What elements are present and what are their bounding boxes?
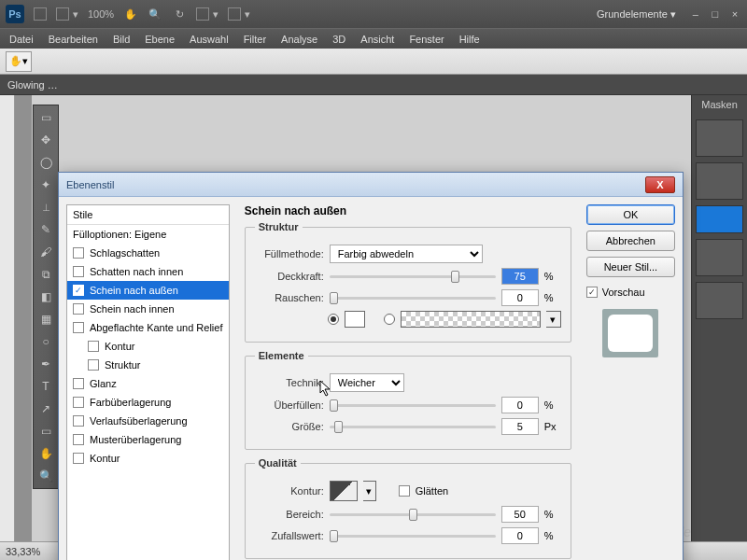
size-slider[interactable] — [330, 426, 496, 428]
menu-analyse[interactable]: Analyse — [281, 34, 317, 45]
path-tool-icon[interactable]: ↗ — [37, 400, 54, 417]
zoom-level[interactable]: 33,33% — [6, 546, 62, 557]
range-input[interactable]: 50 — [501, 506, 539, 523]
menu-3d[interactable]: 3D — [332, 34, 345, 45]
contour-picker[interactable] — [330, 481, 358, 501]
menu-auswahl[interactable]: Auswahl — [190, 34, 229, 45]
close-icon[interactable]: × — [728, 8, 741, 20]
blend-mode-select[interactable]: Farbig abwedeln — [330, 245, 483, 263]
eyedropper-tool-icon[interactable]: ✎ — [37, 221, 54, 238]
panel-collapsed[interactable] — [696, 282, 743, 319]
bridge-icon[interactable] — [34, 7, 47, 21]
document-tab[interactable]: Glowing … — [0, 75, 747, 95]
menu-ansicht[interactable]: Ansicht — [360, 34, 394, 45]
menu-bild[interactable]: Bild — [113, 34, 130, 45]
checkbox[interactable] — [73, 247, 84, 259]
style-bevel-contour[interactable]: Kontur — [67, 337, 229, 356]
panel-collapsed[interactable] — [696, 205, 743, 233]
eraser-tool-icon[interactable]: ◧ — [37, 288, 54, 305]
style-inner-glow[interactable]: Schein nach innen — [67, 300, 229, 318]
menu-ebene[interactable]: Ebene — [145, 34, 175, 45]
maximize-icon[interactable]: □ — [709, 8, 722, 20]
dialog-close-button[interactable]: X — [645, 176, 675, 193]
workspace-switcher[interactable]: Grundelemente ▾ — [597, 8, 676, 21]
jitter-slider[interactable] — [330, 535, 496, 538]
type-tool-icon[interactable]: T — [37, 378, 54, 395]
move-tool-icon[interactable]: ✥ — [37, 132, 54, 148]
ok-button[interactable]: OK — [586, 204, 675, 225]
dodge-tool-icon[interactable]: ○ — [37, 333, 54, 350]
style-gradient-overlay[interactable]: Verlaufsüberlagerung — [67, 412, 229, 430]
screen-mode-icon[interactable]: ▾ — [228, 7, 250, 21]
checkbox[interactable] — [73, 453, 84, 464]
checkbox[interactable] — [73, 266, 84, 277]
style-inner-shadow[interactable]: Schatten nach innen — [67, 262, 229, 281]
marquee-tool-icon[interactable]: ▭ — [37, 109, 54, 126]
noise-slider[interactable] — [330, 297, 496, 300]
panel-collapsed[interactable] — [696, 162, 743, 200]
checkbox[interactable] — [73, 434, 84, 445]
new-style-button[interactable]: Neuer Stil... — [586, 257, 675, 277]
gradient-radio[interactable] — [384, 314, 395, 325]
technique-select[interactable]: Weicher — [330, 373, 404, 392]
hand-tool-icon[interactable]: ✋ — [37, 445, 54, 462]
style-color-overlay[interactable]: Farbüberlagerung — [67, 393, 229, 412]
panel-collapsed[interactable] — [696, 119, 743, 157]
zoom-tool-icon[interactable]: 🔍 — [37, 468, 54, 484]
glow-color-swatch[interactable] — [345, 311, 365, 328]
zoom-readout[interactable]: 100% — [88, 8, 114, 20]
checkbox[interactable] — [73, 303, 84, 315]
contour-dropdown-icon[interactable]: ▾ — [363, 481, 376, 501]
gradient-tool-icon[interactable]: ▦ — [37, 311, 54, 328]
antialias-checkbox[interactable] — [399, 485, 410, 497]
lasso-tool-icon[interactable]: ◯ — [37, 154, 54, 171]
spread-slider[interactable] — [330, 404, 496, 407]
style-bevel[interactable]: Abgeflachte Kante und Relief — [67, 318, 229, 337]
jitter-input[interactable]: 0 — [501, 527, 539, 544]
range-slider[interactable] — [330, 513, 496, 516]
rotate-tool-icon[interactable]: ↻ — [172, 7, 187, 21]
noise-input[interactable]: 0 — [501, 289, 539, 306]
checkbox[interactable] — [88, 341, 99, 352]
style-list-header[interactable]: Stile — [67, 205, 229, 225]
checkbox[interactable] — [73, 322, 84, 333]
style-outer-glow[interactable]: ✓Schein nach außen — [67, 281, 229, 300]
dialog-titlebar[interactable]: Ebenenstil X — [59, 173, 683, 197]
shape-tool-icon[interactable]: ▭ — [37, 423, 54, 440]
brush-tool-icon[interactable]: 🖌 — [37, 244, 54, 260]
checkbox[interactable]: ✓ — [73, 285, 84, 296]
arrange-menu-icon[interactable]: ▾ — [196, 7, 218, 21]
checkbox[interactable] — [88, 359, 99, 371]
opacity-slider[interactable] — [330, 275, 496, 278]
wand-tool-icon[interactable]: ✦ — [37, 176, 54, 193]
minimize-icon[interactable]: – — [689, 8, 702, 20]
style-fill-options[interactable]: Fülloptionen: Eigene — [67, 225, 229, 244]
checkbox[interactable] — [73, 378, 84, 389]
menu-bearbeiten[interactable]: Bearbeiten — [49, 34, 98, 45]
menu-hilfe[interactable]: Hilfe — [459, 34, 480, 45]
size-input[interactable]: 5 — [501, 418, 539, 435]
masks-panel-label[interactable]: Masken — [692, 95, 747, 114]
panel-collapsed[interactable] — [696, 239, 743, 276]
style-drop-shadow[interactable]: Schlagschatten — [67, 244, 229, 262]
style-satin[interactable]: Glanz — [67, 374, 229, 393]
stamp-tool-icon[interactable]: ⧉ — [37, 266, 54, 283]
gradient-dropdown-icon[interactable]: ▾ — [546, 311, 561, 328]
zoom-tool-icon[interactable]: 🔍 — [148, 7, 162, 21]
pen-tool-icon[interactable]: ✒ — [37, 356, 54, 372]
crop-tool-icon[interactable]: ⟂ — [37, 199, 54, 216]
opacity-input[interactable]: 75 — [501, 268, 539, 285]
menu-fenster[interactable]: Fenster — [409, 34, 444, 45]
menu-datei[interactable]: Datei — [9, 34, 34, 45]
checkbox[interactable] — [73, 415, 84, 427]
glow-gradient-picker[interactable] — [401, 311, 541, 328]
spread-input[interactable]: 0 — [501, 397, 539, 413]
cancel-button[interactable]: Abbrechen — [586, 231, 675, 251]
view-menu-icon[interactable]: ▾ — [56, 7, 78, 21]
hand-tool-icon[interactable]: ✋ — [123, 7, 138, 21]
color-radio[interactable] — [328, 314, 339, 325]
current-tool-preset[interactable]: ✋▾ — [6, 51, 32, 72]
style-stroke[interactable]: Kontur — [67, 449, 229, 468]
style-bevel-texture[interactable]: Struktur — [67, 356, 229, 374]
style-pattern-overlay[interactable]: Musterüberlagerung — [67, 430, 229, 449]
